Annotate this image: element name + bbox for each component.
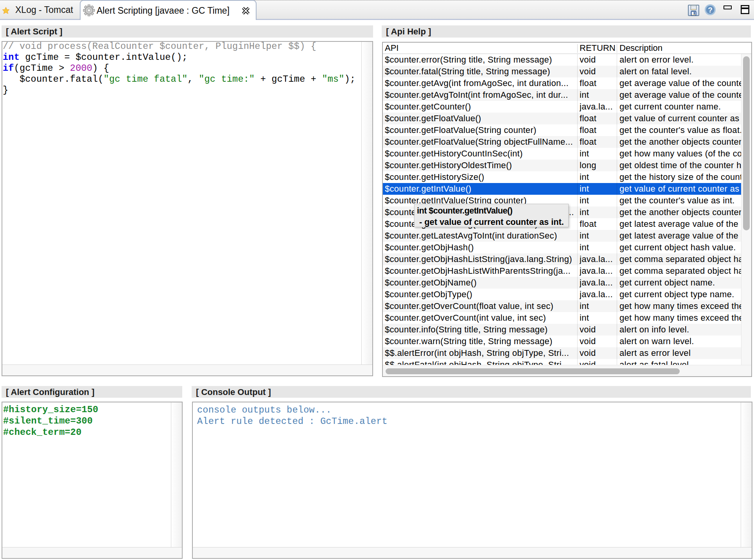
- svg-text:?: ?: [708, 6, 713, 14]
